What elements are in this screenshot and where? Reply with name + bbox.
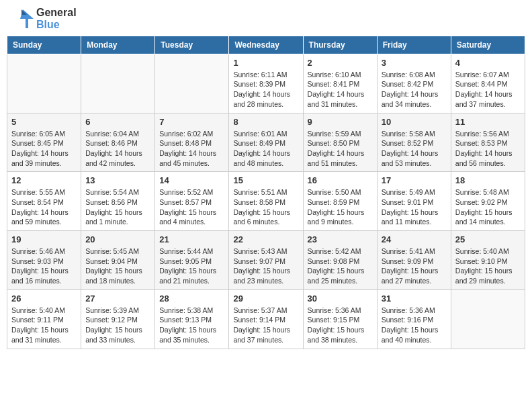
day-info: Sunrise: 5:58 AM Sunset: 8:52 PM Dayligh… bbox=[382, 129, 447, 169]
logo-bird-icon bbox=[9, 7, 34, 31]
day-info: Sunrise: 5:52 AM Sunset: 8:57 PM Dayligh… bbox=[159, 187, 224, 227]
day-info: Sunrise: 5:46 AM Sunset: 9:03 PM Dayligh… bbox=[11, 246, 77, 286]
day-number: 18 bbox=[455, 175, 521, 185]
day-cell bbox=[81, 54, 155, 113]
day-cell: 24Sunrise: 5:41 AM Sunset: 9:09 PM Dayli… bbox=[377, 231, 451, 290]
day-number: 3 bbox=[382, 58, 447, 68]
day-cell: 15Sunrise: 5:51 AM Sunset: 8:58 PM Dayli… bbox=[229, 172, 303, 231]
day-cell: 9Sunrise: 5:59 AM Sunset: 8:50 PM Daylig… bbox=[303, 113, 377, 172]
day-number: 21 bbox=[159, 234, 224, 244]
day-number: 13 bbox=[85, 175, 150, 185]
day-cell: 25Sunrise: 5:40 AM Sunset: 9:10 PM Dayli… bbox=[451, 231, 525, 290]
day-cell: 30Sunrise: 5:36 AM Sunset: 9:15 PM Dayli… bbox=[303, 289, 377, 349]
day-number: 31 bbox=[382, 293, 447, 304]
day-info: Sunrise: 6:05 AM Sunset: 8:45 PM Dayligh… bbox=[11, 129, 77, 169]
day-info: Sunrise: 5:36 AM Sunset: 9:15 PM Dayligh… bbox=[308, 306, 373, 345]
day-number: 2 bbox=[308, 58, 373, 68]
day-info: Sunrise: 6:04 AM Sunset: 8:46 PM Dayligh… bbox=[85, 129, 150, 169]
weekday-row: SundayMondayTuesdayWednesdayThursdayFrid… bbox=[7, 36, 525, 54]
weekday-header-friday: Friday bbox=[377, 36, 451, 54]
day-number: 24 bbox=[382, 234, 447, 244]
logo-general-text: General bbox=[36, 7, 77, 19]
day-cell: 20Sunrise: 5:45 AM Sunset: 9:04 PM Dayli… bbox=[81, 231, 155, 290]
weekday-header-tuesday: Tuesday bbox=[155, 36, 229, 54]
week-row-5: 26Sunrise: 5:40 AM Sunset: 9:11 PM Dayli… bbox=[7, 289, 525, 349]
day-number: 5 bbox=[11, 117, 77, 127]
day-number: 27 bbox=[85, 293, 150, 304]
day-cell: 1Sunrise: 6:11 AM Sunset: 8:39 PM Daylig… bbox=[229, 54, 303, 113]
day-number: 7 bbox=[159, 117, 224, 127]
day-cell: 2Sunrise: 6:10 AM Sunset: 8:41 PM Daylig… bbox=[303, 54, 377, 113]
day-info: Sunrise: 5:37 AM Sunset: 9:14 PM Dayligh… bbox=[233, 306, 298, 345]
day-cell: 7Sunrise: 6:02 AM Sunset: 8:48 PM Daylig… bbox=[155, 113, 229, 172]
day-number: 30 bbox=[308, 293, 373, 304]
day-number: 1 bbox=[233, 58, 298, 68]
day-number: 9 bbox=[308, 117, 373, 127]
day-info: Sunrise: 5:40 AM Sunset: 9:10 PM Dayligh… bbox=[455, 246, 521, 286]
day-info: Sunrise: 6:10 AM Sunset: 8:41 PM Dayligh… bbox=[308, 70, 373, 109]
day-info: Sunrise: 5:42 AM Sunset: 9:08 PM Dayligh… bbox=[308, 246, 373, 286]
day-info: Sunrise: 5:59 AM Sunset: 8:50 PM Dayligh… bbox=[308, 129, 373, 169]
day-number: 25 bbox=[455, 234, 521, 244]
day-info: Sunrise: 5:43 AM Sunset: 9:07 PM Dayligh… bbox=[233, 246, 298, 286]
day-info: Sunrise: 5:39 AM Sunset: 9:12 PM Dayligh… bbox=[85, 306, 150, 345]
day-info: Sunrise: 5:41 AM Sunset: 9:09 PM Dayligh… bbox=[382, 246, 447, 286]
header: General Blue bbox=[7, 7, 525, 32]
day-number: 17 bbox=[382, 175, 447, 185]
day-number: 29 bbox=[233, 293, 298, 304]
day-cell: 18Sunrise: 5:48 AM Sunset: 9:02 PM Dayli… bbox=[451, 172, 525, 231]
weekday-header-wednesday: Wednesday bbox=[229, 36, 303, 54]
day-cell: 14Sunrise: 5:52 AM Sunset: 8:57 PM Dayli… bbox=[155, 172, 229, 231]
day-number: 26 bbox=[11, 293, 77, 304]
day-number: 19 bbox=[11, 234, 77, 244]
day-info: Sunrise: 5:51 AM Sunset: 8:58 PM Dayligh… bbox=[233, 187, 298, 227]
day-info: Sunrise: 5:49 AM Sunset: 9:01 PM Dayligh… bbox=[382, 187, 447, 227]
day-cell: 17Sunrise: 5:49 AM Sunset: 9:01 PM Dayli… bbox=[377, 172, 451, 231]
day-info: Sunrise: 5:50 AM Sunset: 8:59 PM Dayligh… bbox=[308, 187, 373, 227]
week-row-4: 19Sunrise: 5:46 AM Sunset: 9:03 PM Dayli… bbox=[7, 231, 525, 290]
day-number: 10 bbox=[382, 117, 447, 127]
week-row-3: 12Sunrise: 5:55 AM Sunset: 8:54 PM Dayli… bbox=[7, 172, 525, 231]
day-number: 20 bbox=[85, 234, 150, 244]
day-info: Sunrise: 5:48 AM Sunset: 9:02 PM Dayligh… bbox=[455, 187, 521, 227]
day-info: Sunrise: 6:01 AM Sunset: 8:49 PM Dayligh… bbox=[233, 129, 298, 169]
weekday-header-sunday: Sunday bbox=[7, 36, 81, 54]
day-cell: 21Sunrise: 5:44 AM Sunset: 9:05 PM Dayli… bbox=[155, 231, 229, 290]
day-number: 23 bbox=[308, 234, 373, 244]
day-info: Sunrise: 5:56 AM Sunset: 8:53 PM Dayligh… bbox=[455, 129, 521, 169]
day-cell: 31Sunrise: 5:36 AM Sunset: 9:16 PM Dayli… bbox=[377, 289, 451, 349]
logo-blue-text: Blue bbox=[36, 19, 77, 31]
day-cell bbox=[7, 54, 81, 113]
day-cell: 6Sunrise: 6:04 AM Sunset: 8:46 PM Daylig… bbox=[81, 113, 155, 172]
day-number: 22 bbox=[233, 234, 298, 244]
week-row-2: 5Sunrise: 6:05 AM Sunset: 8:45 PM Daylig… bbox=[7, 113, 525, 172]
day-info: Sunrise: 6:08 AM Sunset: 8:42 PM Dayligh… bbox=[382, 70, 447, 109]
day-cell: 5Sunrise: 6:05 AM Sunset: 8:45 PM Daylig… bbox=[7, 113, 81, 172]
day-info: Sunrise: 5:44 AM Sunset: 9:05 PM Dayligh… bbox=[159, 246, 224, 286]
day-info: Sunrise: 6:07 AM Sunset: 8:44 PM Dayligh… bbox=[455, 70, 521, 109]
day-cell bbox=[155, 54, 229, 113]
svg-marker-1 bbox=[21, 9, 27, 15]
day-cell: 28Sunrise: 5:38 AM Sunset: 9:13 PM Dayli… bbox=[155, 289, 229, 349]
calendar-body: 1Sunrise: 6:11 AM Sunset: 8:39 PM Daylig… bbox=[7, 54, 525, 349]
day-number: 8 bbox=[233, 117, 298, 127]
day-cell: 10Sunrise: 5:58 AM Sunset: 8:52 PM Dayli… bbox=[377, 113, 451, 172]
logo: General Blue bbox=[9, 7, 77, 32]
day-cell: 3Sunrise: 6:08 AM Sunset: 8:42 PM Daylig… bbox=[377, 54, 451, 113]
day-info: Sunrise: 5:38 AM Sunset: 9:13 PM Dayligh… bbox=[159, 306, 224, 345]
day-number: 12 bbox=[11, 175, 77, 185]
day-cell: 26Sunrise: 5:40 AM Sunset: 9:11 PM Dayli… bbox=[7, 289, 81, 349]
day-number: 14 bbox=[159, 175, 224, 185]
day-number: 4 bbox=[455, 58, 521, 68]
day-info: Sunrise: 5:55 AM Sunset: 8:54 PM Dayligh… bbox=[11, 187, 77, 227]
day-cell: 16Sunrise: 5:50 AM Sunset: 8:59 PM Dayli… bbox=[303, 172, 377, 231]
day-cell: 27Sunrise: 5:39 AM Sunset: 9:12 PM Dayli… bbox=[81, 289, 155, 349]
day-info: Sunrise: 5:45 AM Sunset: 9:04 PM Dayligh… bbox=[85, 246, 150, 286]
calendar: SundayMondayTuesdayWednesdayThursdayFrid… bbox=[7, 36, 525, 349]
day-cell: 4Sunrise: 6:07 AM Sunset: 8:44 PM Daylig… bbox=[451, 54, 525, 113]
day-cell: 11Sunrise: 5:56 AM Sunset: 8:53 PM Dayli… bbox=[451, 113, 525, 172]
calendar-header: SundayMondayTuesdayWednesdayThursdayFrid… bbox=[7, 36, 525, 54]
day-cell: 19Sunrise: 5:46 AM Sunset: 9:03 PM Dayli… bbox=[7, 231, 81, 290]
day-info: Sunrise: 6:02 AM Sunset: 8:48 PM Dayligh… bbox=[159, 129, 224, 169]
day-cell: 13Sunrise: 5:54 AM Sunset: 8:56 PM Dayli… bbox=[81, 172, 155, 231]
